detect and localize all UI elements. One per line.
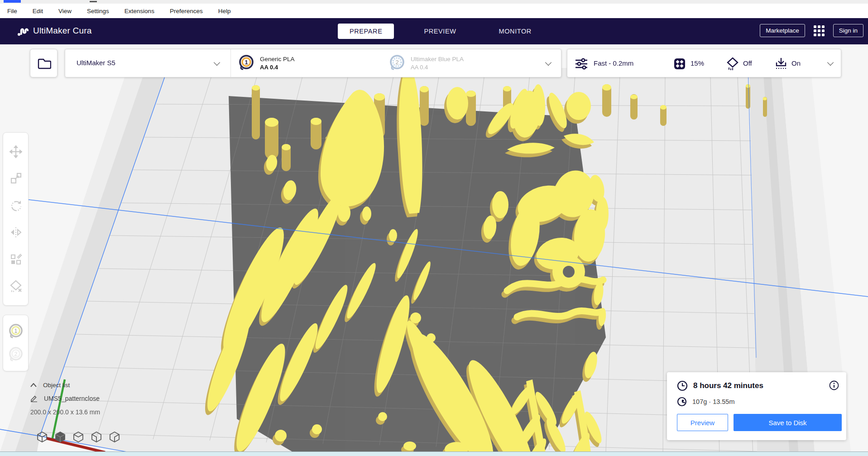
per-model-settings-icon: [10, 253, 22, 266]
menu-extensions[interactable]: Extensions: [120, 8, 159, 14]
material-usage: 107g · 13.55m: [692, 398, 735, 405]
window-dash-fragment: [90, 1, 97, 2]
mirror-tool-button[interactable]: [8, 225, 24, 240]
menu-help[interactable]: Help: [214, 8, 235, 14]
rotate-tool-button[interactable]: [8, 198, 24, 213]
menu-bar: File Edit View Settings Extensions Prefe…: [0, 4, 868, 18]
grid-menu-icon[interactable]: [813, 25, 825, 37]
object-name: UMS5_patternclose: [44, 395, 100, 402]
stage-tabs: PREPARE PREVIEW MONITOR: [338, 24, 543, 39]
scale-icon: [10, 172, 22, 185]
taskbar-edge-strip: [0, 451, 868, 456]
print-summary-panel: 8 hours 42 minutes 107g · 13.55m Preview…: [667, 372, 846, 440]
extruder-1-labels: Generic PLA AA 0.4: [260, 56, 295, 71]
mirror-icon: [10, 226, 22, 239]
spool-icon: [677, 397, 687, 407]
extruder-2-filter-button[interactable]: 2: [8, 346, 24, 363]
print-settings-panel[interactable]: Fast - 0.2mm 15% Off On: [567, 49, 841, 77]
open-file-button[interactable]: [30, 49, 58, 77]
view-3d-button[interactable]: [36, 431, 48, 443]
svg-text:1: 1: [14, 328, 17, 334]
window-tab-fragment: [4, 0, 21, 3]
view-top-button[interactable]: [72, 431, 84, 443]
menu-preferences[interactable]: Preferences: [165, 8, 207, 14]
extruder-2-badge-icon: 2: [389, 54, 405, 72]
infill-grid-icon: [673, 58, 686, 70]
sliders-icon: [575, 58, 588, 70]
app-header: UltiMaker Cura PREPARE PREVIEW MONITOR M…: [0, 18, 868, 44]
print-time: 8 hours 42 minutes: [693, 381, 763, 390]
svg-text:2: 2: [14, 351, 17, 357]
nozzle-size: AA 0.4: [260, 64, 295, 71]
view-front-button[interactable]: [54, 431, 66, 443]
per-model-settings-button[interactable]: [8, 252, 24, 267]
infill-value: 15%: [691, 59, 704, 67]
move-tool-button[interactable]: [8, 144, 24, 159]
object-list-title: Object list: [43, 382, 70, 389]
menu-view[interactable]: View: [54, 8, 76, 14]
object-list-item[interactable]: UMS5_patternclose: [30, 395, 100, 402]
ultimaker-logo-icon: [17, 25, 29, 37]
app-title: UltiMaker Cura: [33, 26, 92, 36]
adhesion-icon: [774, 57, 788, 71]
pencil-icon: [30, 395, 38, 402]
pattern-hole: [563, 266, 575, 278]
extruder-1-filter-button[interactable]: 1: [8, 323, 24, 340]
tab-prepare[interactable]: PREPARE: [338, 24, 394, 39]
preview-button[interactable]: Preview: [677, 414, 728, 431]
clock-icon: [677, 380, 688, 391]
info-icon[interactable]: [829, 380, 839, 390]
support-blocker-icon: [10, 280, 22, 293]
print-time-row: 8 hours 42 minutes: [677, 380, 763, 391]
material-name: Ultimaker Blue PLA: [411, 56, 464, 62]
chevron-down-icon: [827, 59, 834, 66]
extruder-2-selector[interactable]: 2 Ultimaker Blue PLA AA 0.4: [389, 54, 464, 72]
window-top-strip: [0, 0, 868, 4]
header-actions: Marketplace Sign in: [760, 24, 863, 37]
tab-preview[interactable]: PREVIEW: [412, 24, 468, 39]
object-list-header[interactable]: Object list: [30, 382, 100, 389]
move-icon: [10, 145, 22, 158]
adhesion-value: On: [791, 59, 801, 67]
svg-text:1: 1: [245, 59, 248, 66]
svg-text:2: 2: [395, 59, 398, 66]
menu-edit[interactable]: Edit: [28, 8, 48, 14]
view-orientation-bar: [36, 431, 120, 443]
chevron-up-icon: [30, 383, 37, 387]
support-value: Off: [743, 59, 752, 67]
extruder-1-badge-icon: 1: [238, 54, 254, 72]
object-list: Object list UMS5_patternclose 200.0 x 20…: [30, 382, 100, 416]
marketplace-button[interactable]: Marketplace: [760, 24, 805, 37]
tab-monitor[interactable]: MONITOR: [487, 24, 543, 39]
printer-name: UltiMaker S5: [77, 59, 115, 67]
folder-icon: [37, 57, 51, 70]
nozzle-size: AA 0.4: [411, 64, 464, 71]
chevron-down-icon: [214, 59, 220, 66]
extruder-1-selector[interactable]: 1 Generic PLA AA 0.4: [238, 54, 295, 72]
object-dimensions: 200.0 x 200.0 x 13.6 mm: [30, 408, 100, 416]
support-icon: [726, 57, 739, 71]
view-right-button[interactable]: [109, 431, 120, 443]
save-to-disk-button[interactable]: Save to Disk: [734, 414, 842, 431]
printer-material-panel: UltiMaker S5 1 Generic PLA AA 0.4 2 Ulti…: [65, 49, 561, 77]
scale-tool-button[interactable]: [8, 171, 24, 186]
view-left-button[interactable]: [91, 431, 102, 443]
tool-column: [3, 132, 29, 306]
extruder-2-labels: Ultimaker Blue PLA AA 0.4: [411, 56, 464, 71]
panel-divider: [230, 49, 231, 77]
menu-file[interactable]: File: [3, 8, 22, 14]
app-brand: UltiMaker Cura: [17, 25, 92, 37]
menu-settings[interactable]: Settings: [82, 8, 114, 14]
chevron-down-icon: [545, 59, 551, 66]
support-blocker-button[interactable]: [8, 278, 24, 294]
rotate-icon: [10, 199, 22, 212]
material-name: Generic PLA: [260, 56, 295, 62]
extruder-filter-panel: 1 2: [3, 315, 29, 371]
sign-in-button[interactable]: Sign in: [833, 24, 863, 37]
material-usage-row: 107g · 13.55m: [677, 397, 735, 407]
profile-label: Fast - 0.2mm: [594, 59, 633, 67]
